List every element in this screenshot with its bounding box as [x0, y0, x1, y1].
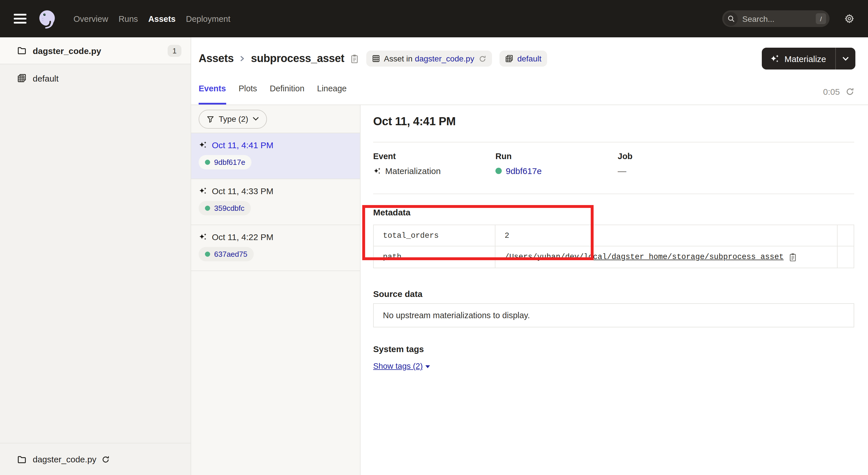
materialize-button[interactable]: Materialize — [762, 54, 835, 63]
event-list-panel: Type (2) Oct 11, 4:41 PM — [191, 105, 361, 475]
materialization-sparkle-icon — [198, 187, 207, 195]
grid-icon — [372, 55, 380, 63]
divider — [373, 142, 854, 143]
event-type-value: Materialization — [385, 166, 441, 176]
reload-code-location-icon[interactable] — [102, 455, 110, 463]
hamburger-menu-icon[interactable] — [14, 14, 26, 24]
metadata-key-cell: total_orders — [374, 225, 495, 246]
tab-events[interactable]: Events — [198, 80, 226, 105]
event-filter-bar: Type (2) — [191, 105, 360, 133]
metadata-key-cell: path — [374, 246, 495, 268]
top-navbar: Overview Runs Assets Deployment / — [0, 0, 868, 37]
run-id-link: 637aed75 — [214, 250, 247, 259]
asset-count-badge: 1 — [167, 44, 181, 57]
sidebar-item-group-default[interactable]: default — [0, 64, 191, 92]
copy-asset-name-icon[interactable] — [350, 54, 359, 63]
materialization-sparkle-icon — [198, 233, 207, 241]
event-field-label: Event — [373, 152, 495, 161]
metadata-extra-cell — [838, 225, 854, 246]
search-input[interactable] — [742, 14, 804, 23]
event-timestamp: Oct 11, 4:22 PM — [212, 232, 274, 242]
nav-item-overview[interactable]: Overview — [73, 14, 108, 23]
nav-item-deployment[interactable]: Deployment — [186, 14, 230, 23]
asset-group-tag[interactable]: default — [499, 51, 547, 67]
job-field-label: Job — [618, 152, 854, 161]
event-detail-panel: Oct 11, 4:41 PM Event Materi — [361, 105, 868, 475]
type-filter-button[interactable]: Type (2) — [198, 110, 267, 128]
chevron-right-icon — [239, 54, 246, 63]
source-data-empty-message: No upstream materializations to display. — [383, 311, 530, 320]
system-tags-heading: System tags — [373, 344, 854, 354]
sidebar-item-label: default — [33, 73, 59, 83]
repo-grid-icon — [17, 73, 26, 83]
search-icon — [724, 12, 738, 26]
metadata-value-cell: /Users/yuhan/dev/local/dagster_home/stor… — [495, 246, 838, 268]
event-timestamp: Oct 11, 4:41 PM — [212, 140, 274, 150]
sidebar-item-label: dagster_code.py — [33, 46, 101, 55]
sidebar-item-code-location[interactable]: dagster_code.py 1 — [0, 37, 191, 64]
job-empty-value: — — [618, 166, 626, 176]
breadcrumb-assets[interactable]: Assets — [198, 52, 234, 65]
run-status-dot — [205, 206, 210, 211]
run-status-dot — [205, 160, 210, 165]
source-data-heading: Source data — [373, 289, 854, 299]
dagster-logo[interactable] — [36, 7, 59, 30]
breadcrumb: Assets subprocess_asset — [198, 52, 359, 65]
event-list-item[interactable]: Oct 11, 4:41 PM 9dbf617e — [191, 133, 360, 179]
metadata-table: total_orders 2 path /Users/yuhan/dev/loc… — [373, 225, 854, 268]
run-status-dot — [495, 168, 502, 174]
materialize-button-group: Materialize — [762, 48, 856, 69]
materialization-sparkle-icon — [198, 141, 207, 149]
run-id-pill[interactable]: 637aed75 — [198, 247, 254, 261]
copy-path-icon[interactable] — [789, 253, 797, 262]
nav-item-assets[interactable]: Assets — [148, 14, 176, 23]
main-panel: Assets subprocess_asset Asset in dagster… — [191, 37, 868, 475]
folder-icon — [17, 455, 26, 464]
caret-down-icon — [426, 365, 430, 368]
reload-icon[interactable] — [479, 55, 486, 62]
asset-location-tag[interactable]: Asset in dagster_code.py — [366, 51, 492, 67]
asset-name: subprocess_asset — [251, 52, 344, 65]
refresh-icon[interactable] — [846, 87, 854, 96]
event-list-item[interactable]: Oct 11, 4:33 PM 359cdbfc — [191, 179, 360, 225]
materialize-label: Materialize — [784, 54, 826, 63]
tab-definition[interactable]: Definition — [270, 80, 305, 105]
tag-group-link[interactable]: default — [517, 54, 541, 63]
sidebar-bottom-code-location[interactable]: dagster_code.py — [0, 443, 191, 475]
refresh-countdown: 0:05 — [823, 87, 840, 96]
run-id-link: 359cdbfc — [214, 204, 245, 212]
app-root: Overview Runs Assets Deployment / — [0, 0, 868, 475]
event-detail-title: Oct 11, 4:41 PM — [373, 115, 854, 128]
tag-prefix: Asset in — [384, 54, 413, 63]
run-id-pill[interactable]: 9dbf617e — [198, 155, 251, 170]
settings-gear-icon[interactable] — [844, 14, 854, 24]
tab-plots[interactable]: Plots — [239, 80, 257, 105]
source-data-empty-box: No upstream materializations to display. — [373, 303, 854, 327]
asset-tree-sidebar: dagster_code.py 1 default dagster_code.p… — [0, 37, 191, 475]
tab-lineage[interactable]: Lineage — [317, 80, 347, 105]
show-tags-label: Show tags (2) — [373, 361, 423, 370]
metadata-path-link[interactable]: /Users/yuhan/dev/local/dagster_home/stor… — [505, 253, 784, 261]
show-tags-toggle[interactable]: Show tags (2) — [373, 361, 430, 370]
sidebar-bottom-label: dagster_code.py — [33, 454, 96, 464]
run-id-pill[interactable]: 359cdbfc — [198, 201, 251, 215]
run-field-label: Run — [495, 152, 618, 161]
folder-icon — [17, 46, 26, 55]
materialization-sparkle-icon — [770, 54, 780, 63]
asset-header: Assets subprocess_asset Asset in dagster… — [191, 37, 868, 80]
event-timestamp: Oct 11, 4:33 PM — [212, 186, 274, 196]
nav-item-runs[interactable]: Runs — [119, 14, 138, 23]
repo-grid-icon — [505, 55, 513, 63]
materialization-sparkle-icon — [373, 167, 381, 175]
primary-nav: Overview Runs Assets Deployment — [73, 14, 230, 23]
global-search[interactable]: / — [722, 10, 830, 27]
event-list-item[interactable]: Oct 11, 4:22 PM 637aed75 — [191, 225, 360, 271]
type-filter-label: Type (2) — [219, 114, 248, 123]
materialize-dropdown-button[interactable] — [836, 57, 856, 61]
event-fields: Event Materialization R — [373, 152, 854, 176]
navbar-right: / — [722, 10, 854, 27]
chevron-down-icon — [253, 117, 259, 121]
asset-tabs: Events Plots Definition Lineage 0:05 — [191, 80, 868, 105]
run-id-link[interactable]: 9dbf617e — [506, 166, 541, 176]
tag-code-location-link[interactable]: dagster_code.py — [415, 54, 474, 63]
